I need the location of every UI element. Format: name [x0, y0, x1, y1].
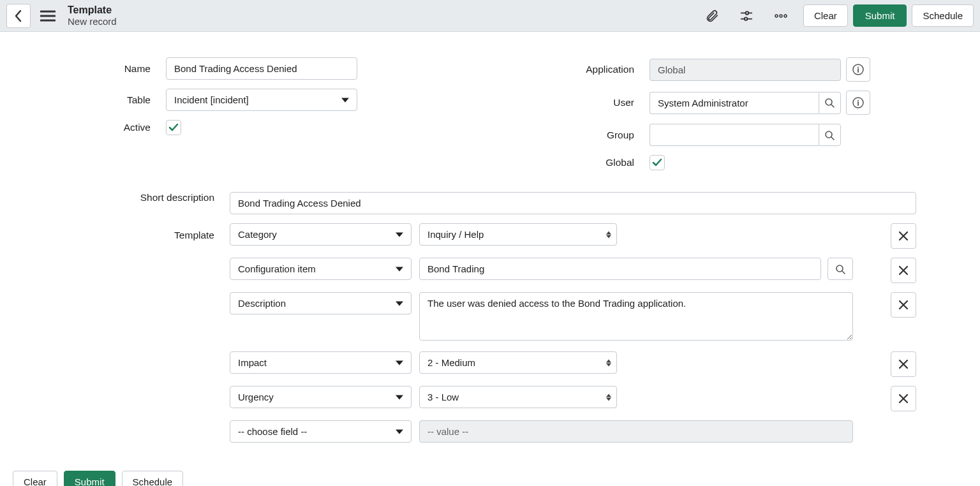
info-icon [852, 97, 864, 108]
svg-point-0 [746, 11, 749, 15]
template-row: Category Inquiry / Help [230, 223, 916, 249]
template-value-placeholder: -- value -- [419, 420, 853, 443]
close-icon [898, 300, 909, 310]
close-icon [898, 394, 909, 404]
application-input [650, 59, 841, 81]
search-icon [824, 130, 835, 140]
form-footer: Clear Submit Schedule [0, 464, 980, 486]
header-title-block: Template New record [68, 4, 117, 27]
table-select-value: Incident [incident] [174, 94, 249, 105]
template-field-select[interactable]: Category [230, 223, 412, 246]
template-value-select[interactable]: 2 - Medium [419, 351, 617, 374]
remove-row-button[interactable] [891, 351, 916, 377]
schedule-button-top[interactable]: Schedule [912, 4, 974, 27]
svg-point-9 [858, 100, 859, 101]
global-label: Global [547, 157, 650, 168]
short-desc-input[interactable] [230, 192, 916, 214]
submit-button-top[interactable]: Submit [853, 4, 907, 27]
search-icon [835, 264, 845, 274]
close-icon [898, 231, 909, 241]
table-label: Table [64, 94, 166, 106]
template-field-select[interactable]: Impact [230, 351, 412, 374]
info-icon [852, 64, 864, 75]
more-icon [774, 13, 788, 18]
template-row: Impact 2 - Medium [230, 351, 916, 377]
user-info-button[interactable] [846, 91, 870, 115]
remove-row-button[interactable] [891, 223, 916, 249]
form-header: Template New record Clear Submit Schedul… [0, 0, 980, 32]
template-row: Configuration item [230, 258, 916, 283]
paperclip-icon [705, 9, 719, 23]
svg-point-4 [784, 15, 787, 17]
remove-row-button[interactable] [891, 258, 916, 283]
clear-button-top[interactable]: Clear [803, 4, 848, 27]
template-field-select[interactable]: Description [230, 292, 412, 314]
active-label: Active [64, 122, 166, 133]
global-checkbox[interactable] [650, 155, 665, 170]
svg-point-3 [780, 15, 782, 17]
check-icon [652, 158, 662, 168]
template-row-new: -- choose field -- -- value -- [230, 420, 916, 443]
header-title: Template [68, 4, 117, 16]
close-icon [898, 265, 909, 276]
more-button[interactable] [769, 4, 793, 28]
template-value-select[interactable]: Inquiry / Help [419, 223, 617, 246]
user-input[interactable] [650, 92, 819, 114]
svg-point-1 [745, 17, 748, 20]
table-select[interactable]: Incident [incident] [166, 89, 357, 111]
clear-button-bottom[interactable]: Clear [13, 471, 57, 486]
template-value-textarea[interactable] [419, 292, 853, 341]
search-icon [824, 98, 835, 108]
hamburger-icon [40, 10, 56, 22]
short-desc-label: Short description [64, 192, 230, 203]
template-field-select[interactable]: Configuration item [230, 258, 412, 280]
sliders-icon [739, 9, 754, 23]
application-info-button[interactable] [846, 57, 870, 82]
user-label: User [547, 97, 650, 108]
submit-button-bottom[interactable]: Submit [64, 471, 115, 486]
svg-point-2 [775, 15, 778, 17]
menu-button[interactable] [36, 4, 60, 28]
chevron-left-icon [14, 10, 23, 22]
remove-row-button[interactable] [891, 292, 916, 318]
attachment-button[interactable] [700, 4, 724, 28]
active-checkbox[interactable] [166, 120, 181, 135]
form-body: Name Table Incident [incident] Active [0, 32, 980, 464]
name-input[interactable] [166, 57, 357, 80]
group-label: Group [547, 129, 650, 141]
remove-row-button[interactable] [891, 386, 916, 411]
close-icon [898, 359, 909, 369]
group-lookup-button[interactable] [819, 124, 841, 146]
template-label: Template [64, 223, 230, 241]
template-field-select-new[interactable]: -- choose field -- [230, 420, 412, 443]
schedule-button-bottom[interactable]: Schedule [122, 471, 184, 486]
group-input[interactable] [650, 124, 819, 146]
back-button[interactable] [6, 4, 31, 28]
svg-point-6 [858, 67, 859, 68]
application-label: Application [547, 64, 650, 75]
template-row: Description [230, 292, 916, 342]
personalize-button[interactable] [734, 4, 759, 28]
header-subtitle: New record [68, 16, 117, 27]
user-lookup-button[interactable] [819, 92, 841, 114]
template-row: Urgency 3 - Low [230, 386, 916, 411]
template-value-lookup-button[interactable] [828, 258, 853, 280]
template-value-reference[interactable] [419, 258, 821, 280]
template-field-select[interactable]: Urgency [230, 386, 412, 408]
template-value-select[interactable]: 3 - Low [419, 386, 617, 408]
name-label: Name [64, 63, 166, 75]
check-icon [168, 122, 179, 133]
